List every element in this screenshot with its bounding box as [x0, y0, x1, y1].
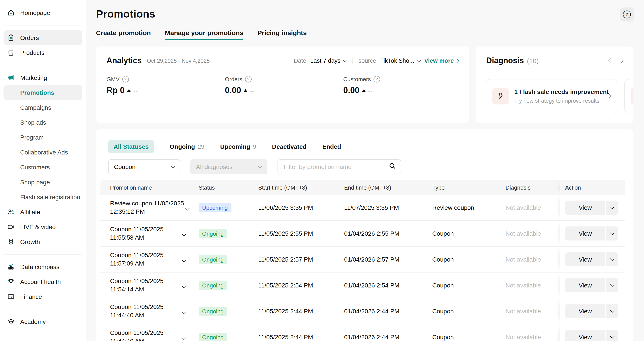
action-cell: View — [560, 247, 625, 272]
search-icon[interactable] — [389, 162, 396, 171]
view-button[interactable]: View — [565, 201, 606, 215]
row-expand-chevron-icon[interactable] — [180, 332, 187, 341]
sidebar-item-label: Campaigns — [20, 104, 51, 111]
view-button[interactable]: View — [565, 226, 606, 240]
sidebar-item-academy[interactable]: Academy — [4, 314, 82, 329]
sidebar-item-shop-ads[interactable]: Shop ads — [4, 115, 82, 130]
app-window: Homepage Orders Products Marketing Promo… — [0, 0, 644, 341]
row-expand-chevron-icon[interactable] — [180, 306, 187, 316]
promotion-name-line1: Coupon 11/05/2025 — [110, 329, 164, 337]
view-dropdown-button[interactable] — [606, 278, 618, 292]
promotion-name-cell: Coupon 11/05/2025 11:55:58 AM — [100, 225, 198, 242]
tab-manage-your-promotions[interactable]: Manage your promotions — [165, 29, 243, 40]
question-circle-icon[interactable]: ? — [122, 76, 129, 83]
sidebar-item-live-video[interactable]: LIVE & video — [4, 219, 82, 234]
search-input[interactable] — [283, 163, 389, 171]
diagnosis-count: (10) — [527, 57, 538, 65]
sidebar-item-homepage[interactable]: Homepage — [4, 5, 82, 20]
view-dropdown-button[interactable] — [606, 252, 618, 266]
status-badge: Ongoing — [198, 255, 227, 264]
end-time-cell: 01/04/2026 2:44 PM — [344, 333, 432, 340]
products-icon — [7, 49, 15, 57]
sidebar-item-products[interactable]: Products — [4, 45, 82, 60]
status-cell: Ongoing — [198, 306, 258, 316]
date-select[interactable]: Last 7 days — [310, 58, 346, 64]
chevron-left-icon[interactable] — [608, 58, 613, 62]
sidebar-item-collaborative-ads[interactable]: Collaborative Ads — [4, 145, 82, 160]
megaphone-icon — [7, 74, 15, 82]
promotion-type-select[interactable]: Coupon — [108, 159, 180, 174]
sidebar-item-label: Promotions — [20, 89, 54, 96]
status-tab-ended[interactable]: Ended — [322, 143, 341, 150]
sidebar-item-label: Marketing — [20, 74, 47, 81]
status-tab-all[interactable]: All Statuses — [108, 140, 154, 153]
sidebar-item-shop-page[interactable]: Shop page — [4, 175, 82, 190]
source-select[interactable]: TikTok Sho... — [380, 58, 420, 64]
row-expand-chevron-icon[interactable] — [180, 254, 187, 265]
sidebar-item-finance[interactable]: Finance — [4, 289, 82, 304]
status-tab-ongoing[interactable]: Ongoing29 — [170, 143, 204, 150]
promotion-name-line1: Coupon 11/05/2025 — [110, 251, 164, 259]
status-filter-tabs: All Statuses Ongoing29 Upcoming9 Deactiv… — [96, 129, 634, 153]
status-tab-deactivated[interactable]: Deactivated — [272, 143, 306, 150]
sidebar-item-promotions[interactable]: Promotions — [4, 85, 82, 100]
promotion-name-line2: 11:57:09 AM — [110, 259, 164, 268]
promotion-name-line2: 11:44:40 AM — [110, 337, 164, 341]
tab-create-promotion[interactable]: Create promotion — [96, 29, 151, 40]
sidebar-item-program[interactable]: Program — [4, 130, 82, 145]
view-button[interactable]: View — [565, 304, 606, 318]
metric-value: Rp 0 — [106, 86, 124, 95]
status-badge: Ongoing — [198, 229, 227, 238]
promotion-name-cell: Coupon 11/05/2025 11:44:40 AM — [100, 303, 198, 319]
question-circle-icon[interactable]: ? — [374, 76, 380, 83]
diagnosis-cell: Not available — [506, 230, 560, 237]
view-dropdown-button[interactable] — [606, 226, 618, 240]
chevron-down-icon — [610, 308, 614, 313]
sidebar-item-campaigns[interactable]: Campaigns — [4, 100, 82, 115]
chevron-down-icon — [610, 282, 614, 287]
chevron-right-icon[interactable] — [619, 59, 624, 63]
status-count: 9 — [253, 143, 256, 150]
view-dropdown-button[interactable] — [606, 304, 618, 318]
row-expand-chevron-icon[interactable] — [180, 280, 187, 290]
view-more-link[interactable]: View more — [424, 58, 458, 64]
sidebar-item-orders[interactable]: Orders — [4, 30, 82, 45]
filter-row: Coupon All diagnoses — [108, 159, 634, 174]
view-button[interactable]: View — [565, 278, 606, 292]
sidebar-item-account-health[interactable]: Account health — [4, 274, 82, 289]
sidebar-item-data-compass[interactable]: Data compass — [4, 259, 82, 274]
tab-pricing-insights[interactable]: Pricing insights — [257, 29, 307, 40]
diagnosis-cell: Not available — [506, 282, 560, 289]
status-tab-upcoming[interactable]: Upcoming9 — [220, 143, 256, 150]
triangle-up-icon — [127, 89, 131, 92]
sidebar-item-customers[interactable]: Customers — [4, 160, 82, 175]
column-header: Promotion name — [100, 184, 198, 191]
sidebar-item-growth[interactable]: Growth — [4, 234, 82, 249]
status-cell: Ongoing — [198, 281, 258, 290]
action-cell: View — [560, 324, 625, 341]
view-button[interactable]: View — [565, 252, 606, 266]
date-label: Date — [294, 58, 306, 64]
help-button[interactable]: ? — [620, 8, 634, 22]
diagnosis-cell: Not available — [506, 204, 560, 211]
view-button[interactable]: View — [565, 330, 606, 341]
promotion-name-line1: Coupon 11/05/2025 — [110, 225, 164, 233]
sidebar-item-flash-sale-registration[interactable]: Flash sale registration — [4, 190, 82, 204]
sidebar-item-label: Products — [20, 49, 44, 56]
row-expand-chevron-icon[interactable] — [184, 202, 190, 213]
view-dropdown-button[interactable] — [606, 330, 618, 341]
diagnosis-item[interactable]: 1 Flash sale needs improvement Try new s… — [486, 79, 617, 113]
diagnosis-item[interactable] — [624, 79, 634, 113]
sidebar-item-affiliate[interactable]: Affiliate — [4, 204, 82, 219]
diagnoses-select[interactable]: All diagnoses — [190, 159, 268, 174]
end-time-cell: 01/04/2026 2:57 PM — [344, 256, 432, 263]
view-dropdown-button[interactable] — [606, 201, 618, 215]
row-expand-chevron-icon[interactable] — [180, 228, 187, 239]
video-icon — [7, 223, 15, 231]
flash-icon — [492, 88, 509, 104]
sidebar-item-marketing[interactable]: Marketing — [4, 70, 82, 85]
diagnosis-cell: Not available — [506, 256, 560, 263]
promotion-search — [278, 159, 401, 174]
diagnosis-item-subtitle: Try new strategy to improve results — [514, 98, 608, 104]
question-circle-icon[interactable]: ? — [245, 76, 252, 83]
